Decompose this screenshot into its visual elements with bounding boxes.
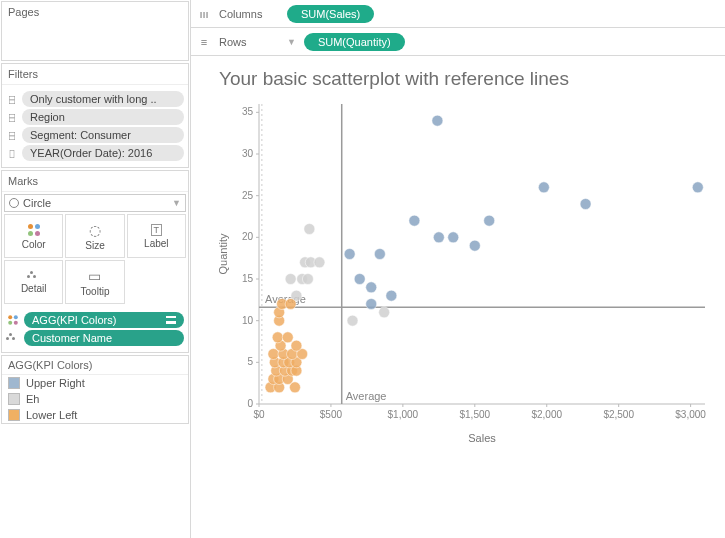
svg-point-87	[366, 282, 377, 293]
svg-point-45	[314, 257, 325, 268]
rows-shelf[interactable]: ≡ Rows ▼ SUM(Quantity)	[191, 28, 725, 56]
filter-label: Region	[22, 109, 184, 125]
svg-text:$0: $0	[253, 409, 265, 420]
color-legend-panel: AGG(KPI Colors) Upper RightEhLower Left	[1, 355, 189, 424]
svg-text:Average: Average	[346, 390, 387, 402]
svg-text:35: 35	[242, 106, 254, 117]
marks-label-button[interactable]: T Label	[127, 214, 186, 258]
pages-label: Pages	[2, 2, 188, 22]
svg-point-47	[347, 315, 358, 326]
marks-detail-button[interactable]: Detail	[4, 260, 63, 304]
chevron-down-icon: ▼	[172, 198, 181, 208]
svg-point-42	[304, 224, 315, 235]
chevron-down-icon: ▼	[287, 37, 296, 47]
palette-icon	[7, 314, 18, 325]
sort-icon	[166, 316, 176, 324]
filter-pill[interactable]: ⌷YEAR(Order Date): 2016	[6, 145, 184, 161]
svg-point-81	[484, 215, 495, 226]
filters-panel: Filters ⌸Only customer with long ..⌸Regi…	[1, 63, 189, 168]
legend-label: Upper Right	[26, 377, 85, 389]
svg-point-86	[354, 274, 365, 285]
svg-point-54	[289, 382, 300, 393]
svg-point-75	[344, 249, 355, 260]
svg-point-84	[580, 199, 591, 210]
calendar-icon: ⌷	[6, 147, 18, 159]
legend-item[interactable]: Lower Left	[2, 407, 188, 423]
rows-pill[interactable]: SUM(Quantity)	[304, 33, 405, 51]
svg-point-48	[379, 307, 390, 318]
filter-pill[interactable]: ⌸Segment: Consumer	[6, 127, 184, 143]
legend-swatch	[8, 409, 20, 421]
filter-pill[interactable]: ⌸Region	[6, 109, 184, 125]
marks-pill-kpi-label: AGG(KPI Colors)	[32, 314, 116, 326]
scatter-plot[interactable]: AverageAverage05101520253035$0$500$1,000…	[215, 98, 715, 448]
chart-area: Your basic scatterplot with reference li…	[191, 56, 725, 538]
svg-point-78	[409, 215, 420, 226]
detail-icon	[27, 271, 41, 281]
marks-tooltip-label: Tooltip	[81, 286, 110, 297]
marks-pill-customer-label: Customer Name	[32, 332, 112, 344]
size-icon: ◌	[89, 222, 101, 238]
svg-point-85	[692, 182, 703, 193]
svg-point-68	[291, 340, 302, 351]
svg-point-77	[432, 115, 443, 126]
svg-point-89	[386, 290, 397, 301]
legend-item[interactable]: Eh	[2, 391, 188, 407]
svg-text:$2,000: $2,000	[531, 409, 562, 420]
legend-label: Eh	[26, 393, 39, 405]
svg-text:$1,500: $1,500	[460, 409, 491, 420]
rows-label: Rows	[219, 36, 279, 48]
svg-text:Quantity: Quantity	[217, 233, 229, 274]
marks-label: Marks	[2, 171, 188, 192]
svg-text:10: 10	[242, 315, 254, 326]
svg-text:15: 15	[242, 273, 254, 284]
svg-point-76	[374, 249, 385, 260]
columns-pill[interactable]: SUM(Sales)	[287, 5, 374, 23]
svg-point-39	[285, 274, 296, 285]
svg-point-41	[302, 274, 313, 285]
marks-label-label: Label	[144, 238, 168, 249]
marks-detail-label: Detail	[21, 283, 47, 294]
marks-panel: Marks Circle ▼ Color ◌ Size T Label	[1, 170, 189, 353]
svg-text:0: 0	[247, 398, 253, 409]
marks-type-label: Circle	[23, 197, 51, 209]
filter-label: YEAR(Order Date): 2016	[22, 145, 184, 161]
svg-point-82	[469, 240, 480, 251]
marks-size-button[interactable]: ◌ Size	[65, 214, 124, 258]
columns-icon: ııı	[197, 8, 211, 20]
database-icon: ⌸	[6, 129, 18, 141]
svg-text:5: 5	[247, 356, 253, 367]
chart-title: Your basic scatterplot with reference li…	[219, 68, 715, 90]
svg-point-79	[433, 232, 444, 243]
svg-point-74	[285, 299, 296, 310]
tooltip-icon: ▭	[88, 268, 101, 284]
filters-label: Filters	[2, 64, 188, 85]
marks-pill-kpi-colors[interactable]: AGG(KPI Colors)	[24, 312, 184, 328]
svg-point-69	[272, 332, 283, 343]
svg-text:$500: $500	[320, 409, 343, 420]
database-icon: ⌸	[6, 111, 18, 123]
marks-tooltip-button[interactable]: ▭ Tooltip	[65, 260, 124, 304]
marks-color-button[interactable]: Color	[4, 214, 63, 258]
svg-point-70	[282, 332, 293, 343]
svg-point-83	[538, 182, 549, 193]
svg-point-80	[448, 232, 459, 243]
database-icon: ⌸	[6, 93, 18, 105]
filter-label: Only customer with long ..	[22, 91, 184, 107]
marks-color-label: Color	[22, 239, 46, 250]
filter-pill[interactable]: ⌸Only customer with long ..	[6, 91, 184, 107]
svg-text:20: 20	[242, 231, 254, 242]
filter-label: Segment: Consumer	[22, 127, 184, 143]
svg-text:$3,000: $3,000	[675, 409, 706, 420]
legend-label: Lower Left	[26, 409, 77, 421]
columns-shelf[interactable]: ııı Columns SUM(Sales)	[191, 0, 725, 28]
svg-text:30: 30	[242, 148, 254, 159]
marks-pill-customer[interactable]: Customer Name	[24, 330, 184, 346]
legend-swatch	[8, 393, 20, 405]
marks-type-dropdown[interactable]: Circle ▼	[4, 194, 186, 212]
legend-item[interactable]: Upper Right	[2, 375, 188, 391]
palette-icon	[27, 223, 41, 237]
svg-point-88	[366, 299, 377, 310]
svg-text:Sales: Sales	[468, 432, 496, 444]
svg-text:25: 25	[242, 190, 254, 201]
